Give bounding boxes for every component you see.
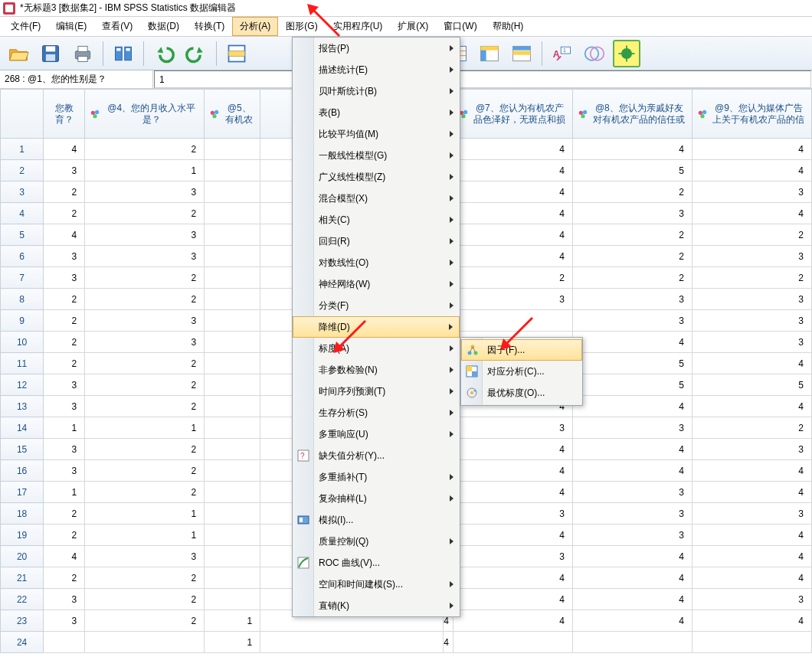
row-number[interactable]: 1	[1, 139, 44, 160]
show-all-icon[interactable]	[613, 40, 640, 67]
menu-graphs[interactable]: 图形(G)	[278, 17, 325, 36]
data-cell[interactable]: 2	[85, 589, 205, 610]
data-cell[interactable]: 4	[453, 224, 572, 246]
data-cell[interactable]	[205, 525, 260, 546]
menu-window[interactable]: 窗口(W)	[436, 17, 484, 36]
data-cell[interactable]	[205, 289, 260, 310]
data-cell[interactable]: 4	[444, 632, 453, 653]
goto-case-icon[interactable]	[223, 40, 250, 67]
data-cell[interactable]: 3	[692, 332, 811, 353]
data-cell[interactable]: 2	[85, 289, 205, 310]
menu-item-rocv[interactable]: ROC 曲线(V)...	[293, 552, 460, 574]
menu-item-e[interactable]: 描述统计(E)	[293, 59, 460, 80]
data-cell[interactable]: 3	[692, 246, 811, 267]
data-cell[interactable]: 3	[572, 289, 692, 310]
row-number[interactable]: 13	[1, 396, 44, 417]
menu-item-f[interactable]: 分类(F)	[293, 295, 460, 316]
data-cell[interactable]: 3	[85, 332, 205, 353]
data-cell[interactable]: 4	[692, 160, 811, 181]
row-number[interactable]: 12	[1, 374, 44, 396]
undo-icon[interactable]	[150, 40, 178, 67]
data-cell[interactable]: 2	[453, 267, 572, 289]
data-cell[interactable]: 3	[85, 224, 205, 246]
data-cell[interactable]	[205, 482, 260, 503]
row-number[interactable]: 14	[1, 417, 44, 439]
data-cell[interactable]: 2	[85, 353, 205, 374]
data-cell[interactable]: 3	[44, 374, 85, 396]
data-cell[interactable]	[205, 310, 260, 332]
data-cell[interactable]: 3	[44, 610, 85, 632]
menu-item-i[interactable]: 模拟(I)...	[293, 509, 460, 531]
menu-item-r[interactable]: 回归(R)	[293, 230, 460, 252]
data-cell[interactable]: 1	[85, 525, 205, 546]
row-number[interactable]: 22	[1, 589, 44, 610]
menu-item-g[interactable]: 一般线性模型(G)	[293, 145, 460, 166]
data-cell[interactable]: 2	[44, 567, 85, 589]
menu-item-s[interactable]: 空间和时间建模(S)...	[293, 574, 460, 595]
row-number[interactable]: 10	[1, 332, 44, 353]
data-cell[interactable]: 2	[44, 203, 85, 224]
data-cell[interactable]	[453, 632, 572, 653]
menu-analyze[interactable]: 分析(A)	[232, 17, 278, 36]
data-cell[interactable]	[572, 632, 692, 653]
data-cell[interactable]: 2	[85, 396, 205, 417]
open-icon[interactable]	[5, 40, 32, 67]
data-cell[interactable]: 2	[85, 139, 205, 160]
data-cell[interactable]: 3	[692, 310, 811, 332]
data-cell[interactable]: 4	[453, 139, 572, 160]
data-cell[interactable]: 3	[44, 460, 85, 482]
data-cell[interactable]: 3	[44, 396, 85, 417]
data-cell[interactable]: 3	[692, 439, 811, 460]
menu-item-y[interactable]: ?缺失值分析(Y)...	[293, 445, 460, 466]
data-cell[interactable]: 2	[572, 246, 692, 267]
submenu-item-corr[interactable]: 对应分析(C)...	[461, 361, 582, 382]
corner-cell[interactable]	[1, 90, 44, 139]
menu-transform[interactable]: 转换(T)	[187, 17, 232, 36]
data-cell[interactable]: 3	[572, 310, 692, 332]
data-cell[interactable]: 2	[85, 460, 205, 482]
data-cell[interactable]: 4	[692, 139, 811, 160]
data-cell[interactable]	[205, 374, 260, 396]
data-cell[interactable]: 2	[572, 267, 692, 289]
data-cell[interactable]: 4	[572, 460, 692, 482]
data-cell[interactable]: 3	[453, 289, 572, 310]
row-number[interactable]: 11	[1, 353, 44, 374]
data-cell[interactable]: 2	[692, 224, 811, 246]
data-cell[interactable]: 5	[572, 353, 692, 374]
row-number[interactable]: 8	[1, 289, 44, 310]
menu-item-x[interactable]: 混合模型(X)	[293, 188, 460, 209]
data-cell[interactable]: 2	[85, 267, 205, 289]
data-cell[interactable]: 4	[44, 139, 85, 160]
data-cell[interactable]	[205, 460, 260, 482]
data-cell[interactable]: 4	[453, 482, 572, 503]
data-cell[interactable]: 2	[85, 439, 205, 460]
data-cell[interactable]: 2	[44, 525, 85, 546]
data-cell[interactable]: 4	[572, 589, 692, 610]
data-cell[interactable]: 3	[453, 546, 572, 567]
data-cell[interactable]: 4	[453, 460, 572, 482]
data-cell[interactable]	[44, 632, 85, 653]
column-header-c3[interactable]: 您教育？	[44, 90, 85, 139]
submenu-item-factor[interactable]: 因子(F)...	[461, 339, 582, 361]
data-cell[interactable]: 3	[44, 246, 85, 267]
data-cell[interactable]	[205, 567, 260, 589]
data-cell[interactable]: 3	[572, 503, 692, 525]
data-cell[interactable]	[205, 224, 260, 246]
data-cell[interactable]	[205, 417, 260, 439]
menu-item-k[interactable]: 直销(K)	[293, 595, 460, 616]
data-cell[interactable]: 3	[692, 181, 811, 203]
data-cell[interactable]: 1	[85, 160, 205, 181]
data-cell[interactable]: 3	[85, 310, 205, 332]
menu-item-b[interactable]: 贝叶斯统计(B)	[293, 80, 460, 102]
column-header-c8[interactable]: @8、您认为亲戚好友对有机农产品的信任或	[572, 90, 692, 139]
data-cell[interactable]: 4	[692, 203, 811, 224]
data-cell[interactable]: 3	[44, 439, 85, 460]
menu-item-n[interactable]: 非参数检验(N)	[293, 359, 460, 381]
menu-item-p[interactable]: 报告(P)	[293, 38, 460, 59]
recall-dialog-icon[interactable]	[110, 40, 137, 67]
data-cell[interactable]: 1	[85, 503, 205, 525]
data-cell[interactable]: 4	[572, 567, 692, 589]
data-cell[interactable]: 3	[692, 503, 811, 525]
data-cell[interactable]: 3	[692, 289, 811, 310]
data-cell[interactable]: 4	[692, 460, 811, 482]
